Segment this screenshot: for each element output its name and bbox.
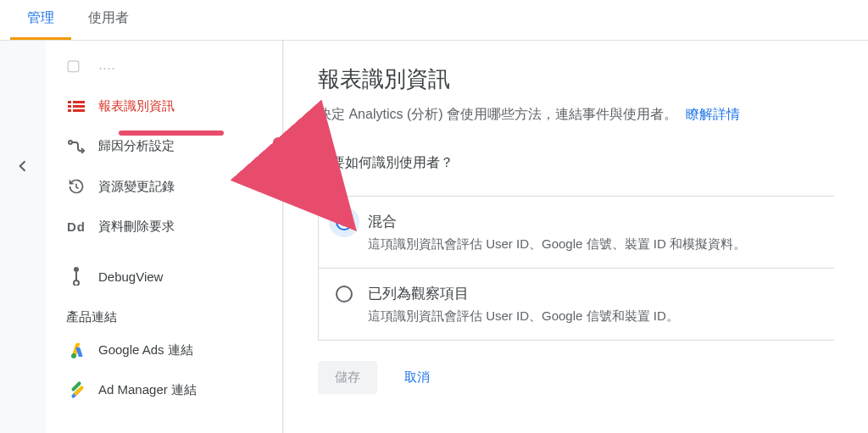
svg-rect-0	[68, 101, 71, 103]
svg-rect-3	[73, 105, 85, 108]
sidebar-item-data-deletion[interactable]: Dd 資料刪除要求	[46, 207, 282, 247]
sidebar-item-hidden: ▢ ‥‥	[46, 49, 282, 86]
option-blended[interactable]: 混合 這項識別資訊會評估 User ID、Google 信號、裝置 ID 和模擬…	[319, 197, 834, 269]
sidebar-item-ad-manager[interactable]: Ad Manager 連結	[46, 370, 282, 410]
back-button[interactable]	[8, 151, 38, 181]
svg-point-7	[74, 267, 79, 272]
google-ads-icon	[66, 343, 86, 358]
sidebar-item-reporting-identity[interactable]: 報表識別資訊	[46, 86, 282, 126]
svg-point-6	[69, 141, 72, 144]
option-desc: 這項識別資訊會評估 User ID、Google 信號、裝置 ID 和模擬資料。	[368, 236, 817, 253]
sidebar-item-label: 資源變更記錄	[98, 179, 175, 195]
tab-user[interactable]: 使用者	[71, 0, 146, 40]
option-title: 混合	[368, 212, 817, 231]
option-desc: 這項識別資訊會評估 User ID、Google 信號和裝置 ID。	[368, 308, 817, 325]
sidebar-item-label: 報表識別資訊	[98, 98, 175, 114]
history-icon	[66, 178, 86, 195]
sidebar-item-change-history[interactable]: 資源變更記錄	[46, 166, 282, 207]
svg-rect-5	[73, 109, 85, 112]
sidebar: ▢ ‥‥ 報表識別資訊 歸因分析設定 資源變更記錄 Dd 資料刪除要求	[46, 41, 283, 433]
svg-rect-2	[68, 105, 71, 108]
page-description: 決定 Analytics (分析) 會使用哪些方法，連結事件與使用者。 瞭解詳情	[318, 106, 834, 124]
sidebar-item-google-ads[interactable]: Google Ads 連結	[46, 330, 282, 370]
identity-icon	[66, 101, 86, 113]
radio-icon[interactable]	[336, 214, 353, 230]
tab-admin[interactable]: 管理	[10, 0, 71, 40]
sidebar-item-label: 資料刪除要求	[98, 219, 175, 235]
sidebar-item-label: Google Ads 連結	[98, 342, 193, 358]
svg-rect-8	[75, 272, 77, 280]
sidebar-section-product-links: 產品連結	[46, 297, 282, 330]
delete-icon: Dd	[66, 219, 86, 234]
svg-rect-4	[68, 109, 71, 112]
svg-point-9	[74, 280, 79, 286]
debug-icon	[66, 267, 86, 286]
sidebar-item-debugview[interactable]: DebugView	[46, 255, 282, 297]
generic-icon: ▢	[66, 56, 86, 75]
cancel-button[interactable]: 取消	[398, 361, 437, 394]
svg-rect-1	[73, 101, 85, 103]
sidebar-item-label: Ad Manager 連結	[98, 382, 197, 398]
learn-more-link[interactable]: 瞭解詳情	[686, 107, 740, 121]
option-observed[interactable]: 已列為觀察項目 這項識別資訊會評估 User ID、Google 信號和裝置 I…	[319, 269, 834, 341]
sidebar-item-label: DebugView	[98, 269, 163, 284]
identity-question: 您要如何識別使用者？	[318, 154, 834, 172]
ad-manager-icon	[66, 383, 86, 398]
option-title: 已列為觀察項目	[368, 284, 817, 303]
radio-icon[interactable]	[336, 286, 353, 303]
attribution-icon	[66, 140, 86, 153]
identity-options: 混合 這項識別資訊會評估 User ID、Google 信號、裝置 ID 和模擬…	[318, 196, 834, 341]
save-button[interactable]: 儲存	[318, 361, 377, 394]
main-panel: 報表識別資訊 決定 Analytics (分析) 會使用哪些方法，連結事件與使用…	[283, 41, 868, 433]
sidebar-item-label: 歸因分析設定	[98, 138, 175, 154]
sidebar-item-attribution[interactable]: 歸因分析設定	[46, 126, 282, 166]
page-title: 報表識別資訊	[318, 64, 834, 94]
top-tabs: 管理 使用者	[0, 0, 868, 41]
